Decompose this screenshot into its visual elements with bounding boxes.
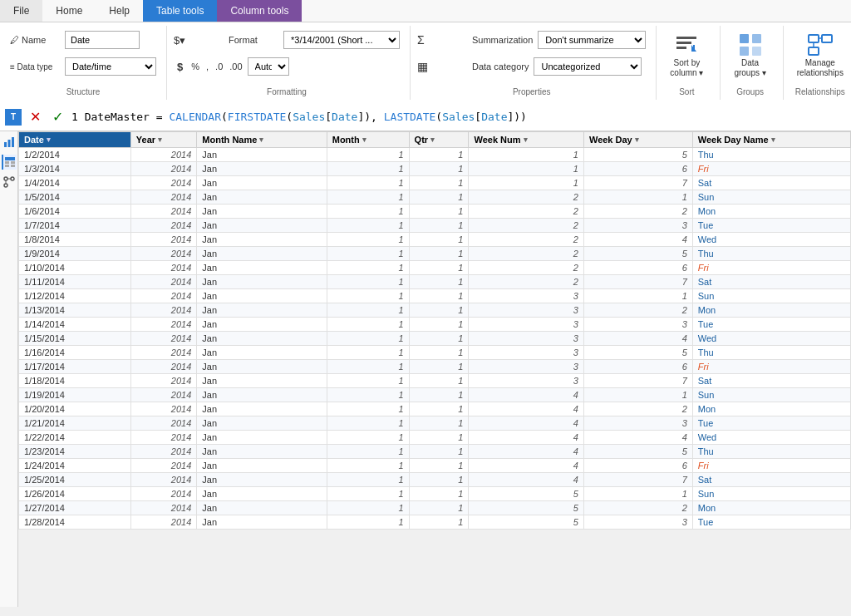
- table-cell: 1: [409, 275, 469, 289]
- svg-rect-7: [740, 47, 749, 56]
- datacategory-select[interactable]: Uncategorized: [534, 57, 642, 76]
- table-row: 1/23/20142014Jan1145Thu: [19, 445, 851, 459]
- manage-relationships-label: Managerelationships: [797, 58, 844, 78]
- data-groups-button[interactable]: Datagroups ▾: [727, 26, 772, 84]
- table-cell: Tue: [692, 219, 850, 233]
- summarization-select[interactable]: Don't summarize: [538, 31, 646, 49]
- table-icon[interactable]: [2, 155, 17, 170]
- format-row: $▾ Format *3/14/2001 (Short ...: [174, 31, 400, 49]
- table-cell: 1: [583, 388, 692, 402]
- table-row: 1/5/20142014Jan1121Sun: [19, 190, 851, 205]
- table-header-row: Date ▾ Year ▾ Month Name: [19, 132, 851, 148]
- tab-table-tools[interactable]: Table tools: [143, 0, 217, 22]
- table-cell: 1: [583, 487, 692, 501]
- datatype-select[interactable]: Date/time: [65, 57, 156, 76]
- col-header-weekday[interactable]: Week Day ▾: [583, 132, 692, 148]
- table-cell: 1: [409, 346, 469, 360]
- tab-file[interactable]: File: [0, 0, 42, 22]
- tab-help[interactable]: Help: [96, 0, 143, 22]
- manage-relationships-button[interactable]: Managerelationships: [790, 26, 850, 84]
- table-cell: 3: [469, 332, 583, 346]
- formula-line-num: 1: [71, 111, 85, 123]
- table-cell: Jan: [197, 487, 327, 501]
- table-cell: 2014: [130, 233, 197, 247]
- table-cell: 2014: [130, 360, 197, 374]
- col-header-month[interactable]: Month ▾: [327, 132, 409, 148]
- tab-home[interactable]: Home: [42, 0, 96, 22]
- formula-firstdate-fn: FIRSTDATE: [228, 111, 286, 123]
- data-table-container[interactable]: Date ▾ Year ▾ Month Name: [18, 131, 851, 607]
- table-cell: 2: [469, 247, 583, 261]
- structure-group: 🖊 Name ≡ Data type Date/time Structure: [7, 26, 167, 100]
- table-cell: 3: [469, 303, 583, 318]
- table-cell: Jan: [197, 515, 327, 530]
- table-cell: 2014: [130, 219, 197, 233]
- table-cell: 1: [327, 332, 409, 346]
- table-cell: 1/14/2014: [19, 318, 131, 332]
- table-cell: 1: [327, 459, 409, 473]
- svg-rect-20: [4, 142, 7, 147]
- name-row: 🖊 Name: [10, 31, 156, 49]
- structure-fields: 🖊 Name ≡ Data type Date/time: [10, 31, 156, 79]
- table-cell: 1: [409, 487, 469, 501]
- table-cell: Tue: [692, 416, 850, 431]
- formula-bracket1: [: [325, 111, 332, 123]
- data-groups-label: Datagroups ▾: [734, 58, 765, 78]
- table-row: 1/21/20142014Jan1143Tue: [19, 416, 851, 431]
- table-cell: Jan: [197, 289, 327, 303]
- col-header-weeknum[interactable]: Week Num ▾: [469, 132, 583, 148]
- col-header-monthname[interactable]: Month Name ▾: [197, 132, 327, 148]
- table-cell: 1: [409, 205, 469, 219]
- table-cell: Jan: [197, 148, 327, 162]
- table-cell: 4: [469, 416, 583, 431]
- monthname-col-label: Month Name: [202, 135, 257, 145]
- table-cell: Jan: [197, 445, 327, 459]
- table-cell: 3: [583, 318, 692, 332]
- table-cell: 3: [469, 360, 583, 374]
- col-header-date[interactable]: Date ▾: [19, 132, 131, 148]
- svg-rect-5: [740, 34, 749, 43]
- table-cell: 3: [469, 374, 583, 388]
- svg-rect-26: [5, 165, 9, 167]
- col-header-qtr[interactable]: Qtr ▾: [409, 132, 469, 148]
- summarization-row: Σ Summarization Don't summarize: [417, 31, 646, 49]
- table-row: 1/27/20142014Jan1152Mon: [19, 501, 851, 515]
- table-cell: 2: [469, 233, 583, 247]
- table-cell: Sat: [692, 275, 850, 289]
- datacategory-symbol: ▦: [417, 60, 467, 73]
- table-cell: 1/7/2014: [19, 219, 131, 233]
- comma-btn[interactable]: ,: [204, 62, 210, 71]
- sort-by-column-button[interactable]: Sort bycolumn ▾: [663, 26, 710, 84]
- formula-cancel-btn[interactable]: ✕: [27, 109, 44, 125]
- dec-inc-btn[interactable]: .0: [214, 62, 224, 71]
- col-header-weekdayname[interactable]: Week Day Name ▾: [692, 132, 850, 148]
- dec-dec-btn[interactable]: .00: [228, 62, 243, 71]
- model-icon[interactable]: [2, 175, 17, 190]
- svg-rect-22: [12, 137, 14, 147]
- table-cell: Thu: [692, 445, 850, 459]
- format-select[interactable]: *3/14/2001 (Short ...: [283, 31, 400, 49]
- table-cell: Thu: [692, 247, 850, 261]
- col-header-year[interactable]: Year ▾: [130, 132, 197, 148]
- relationships-label: Relationships: [790, 87, 850, 96]
- table-cell: 1: [327, 431, 409, 445]
- percent-btn[interactable]: %: [189, 62, 201, 71]
- name-input[interactable]: [65, 31, 140, 49]
- formula-confirm-btn[interactable]: ✓: [49, 109, 66, 125]
- table-cell: Sun: [692, 388, 850, 402]
- table-cell: 1: [409, 190, 469, 205]
- sort-label: Sort: [663, 87, 710, 96]
- dollar-btn[interactable]: $: [174, 61, 186, 73]
- auto-select[interactable]: Auto: [248, 57, 289, 76]
- tab-column-tools[interactable]: Column tools: [217, 0, 302, 22]
- table-row: 1/14/20142014Jan1133Tue: [19, 318, 851, 332]
- table-cell: 2014: [130, 205, 197, 219]
- table-cell: Sun: [692, 289, 850, 303]
- table-cell: 2: [583, 303, 692, 318]
- table-cell: 2014: [130, 261, 197, 275]
- qtr-sort-icon: ▾: [430, 136, 435, 144]
- chart-icon[interactable]: [2, 135, 17, 150]
- table-cell: 1: [327, 416, 409, 431]
- table-cell: 6: [583, 261, 692, 275]
- table-row: 1/13/20142014Jan1132Mon: [19, 303, 851, 318]
